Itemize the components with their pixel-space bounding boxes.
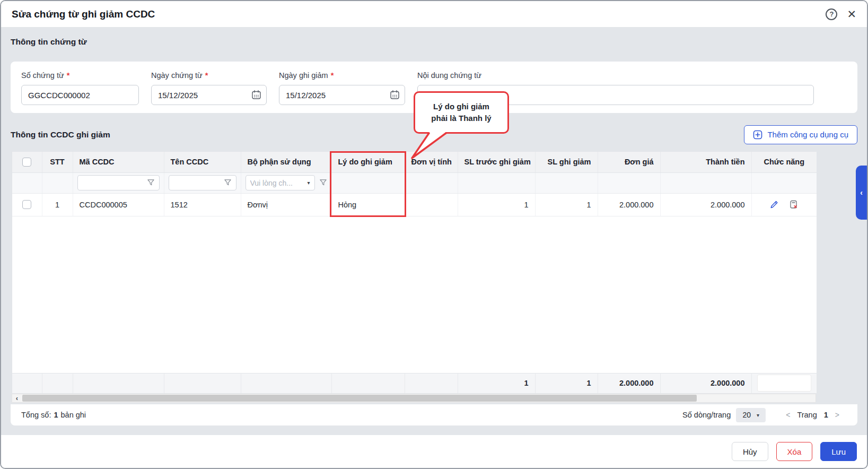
- col-chuc-nang: Chức năng: [751, 152, 817, 172]
- filter-funnel-icon[interactable]: [319, 179, 327, 187]
- modal-actions: Hủy Xóa Lưu: [1, 435, 867, 468]
- filter-ma-ccdc-input[interactable]: [82, 178, 144, 188]
- required-mark: *: [67, 71, 70, 80]
- modal-header: Sửa chứng từ ghi giảm CCDC ? ✕: [1, 1, 867, 28]
- delete-button[interactable]: Xóa: [776, 442, 813, 461]
- chevron-left-icon: ‹: [860, 188, 863, 197]
- col-ly-do: Lý do ghi giảm: [331, 152, 405, 172]
- scrollbar-left-arrow-icon[interactable]: ‹: [12, 394, 22, 403]
- required-mark: *: [331, 71, 334, 80]
- chevron-down-icon: ▾: [757, 412, 759, 418]
- cell-bo-phan: Đơnvị: [241, 193, 331, 216]
- col-don-vi-tinh: Đơn vị tính: [405, 152, 458, 172]
- total-prefix: Tổng số:: [21, 411, 51, 419]
- cell-ma-ccdc: CCDC000005: [73, 193, 164, 216]
- filter-ten-ccdc-input[interactable]: [173, 178, 221, 188]
- edit-ccdc-reduction-modal: Sửa chứng từ ghi giảm CCDC ? ✕ Thông tin…: [0, 0, 868, 469]
- cancel-button[interactable]: Hủy: [732, 442, 768, 461]
- field-ngay-ghi-giam: Ngày ghi giảm *: [279, 70, 405, 113]
- callout-line2: phải là Thanh lý: [431, 112, 491, 124]
- add-tool-button-label: Thêm công cụ dụng cụ: [767, 130, 848, 139]
- cell-ten-ccdc: 1512: [164, 193, 241, 216]
- cell-ly-do: Hỏng: [331, 193, 405, 216]
- ccdc-table: STT Mã CCDC Tên CCDC Bộ phận sử dụng Lý …: [12, 151, 816, 393]
- summary-sl-truoc: 1: [458, 373, 535, 393]
- chevron-down-icon: ▾: [307, 180, 310, 186]
- row-checkbox[interactable]: [22, 200, 31, 209]
- total-count: 1: [54, 411, 58, 419]
- rows-per-page-select[interactable]: 20 ▾: [736, 408, 766, 422]
- pagination: Số dòng/trang 20 ▾ < Trang 1 >: [682, 408, 839, 422]
- table-footer-bar: Tổng số: 1 bản ghi Số dòng/trang 20 ▾ < …: [11, 404, 857, 425]
- so-chung-tu-input[interactable]: [21, 85, 139, 105]
- add-tool-button[interactable]: Thêm công cụ dụng cụ: [744, 125, 857, 144]
- modal-body: Thông tin chứng từ Số chứng từ * Ngày ch…: [1, 28, 867, 435]
- table-header-row: STT Mã CCDC Tên CCDC Bộ phận sử dụng Lý …: [12, 152, 817, 172]
- col-ten-ccdc: Tên CCDC: [164, 152, 241, 172]
- col-ma-ccdc: Mã CCDC: [73, 152, 164, 172]
- save-button[interactable]: Lưu: [820, 442, 857, 461]
- ccdc-section-title: Thông tin CCDC ghi giảm: [11, 130, 110, 140]
- col-sl-truoc: SL trước ghi giảm: [458, 152, 535, 172]
- summary-don-gia: 2.000.000: [598, 373, 660, 393]
- table-row[interactable]: 1 CCDC000005 1512 Đơnvị Hỏng 1 1 2.000.0…: [12, 193, 817, 216]
- side-panel-toggle[interactable]: ‹: [856, 166, 867, 220]
- prev-page-icon[interactable]: <: [786, 411, 790, 419]
- table-summary-row: 1 1 2.000.000 2.000.000: [12, 373, 817, 393]
- cell-don-vi-tinh: [405, 193, 458, 216]
- cell-thanh-tien: 2.000.000: [660, 193, 751, 216]
- horizontal-scrollbar[interactable]: ‹: [12, 394, 816, 403]
- cell-don-gia: 2.000.000: [598, 193, 660, 216]
- field-label: Nội dung chứng từ: [417, 71, 481, 80]
- help-icon[interactable]: ?: [826, 8, 837, 20]
- filter-funnel-icon[interactable]: [224, 179, 232, 187]
- page-number: 1: [824, 411, 828, 419]
- field-label: Ngày chứng từ: [151, 71, 203, 80]
- table-empty-area: [12, 216, 817, 373]
- filter-bo-phan-placeholder: Vui lòng ch...: [250, 179, 305, 187]
- plus-square-icon: [753, 130, 762, 140]
- ngay-ghi-giam-input[interactable]: [279, 85, 405, 105]
- summary-sl-ghi-giam: 1: [535, 373, 598, 393]
- field-so-chung-tu: Số chứng từ *: [21, 70, 139, 113]
- callout-bubble: Lý do ghi giảm phải là Thanh lý: [414, 91, 509, 134]
- select-all-checkbox[interactable]: [22, 158, 31, 167]
- rows-per-page-value: 20: [742, 411, 751, 419]
- summary-thanh-tien: 2.000.000: [660, 373, 751, 393]
- total-records: Tổng số: 1 bản ghi: [21, 411, 86, 419]
- ngay-chung-tu-input[interactable]: [151, 85, 267, 105]
- calendar-icon[interactable]: [251, 90, 261, 102]
- rows-per-page-label: Số dòng/trang: [682, 411, 731, 419]
- next-page-icon[interactable]: >: [835, 411, 839, 419]
- edit-row-icon[interactable]: [769, 200, 779, 210]
- close-icon[interactable]: ✕: [847, 8, 856, 20]
- delete-row-icon[interactable]: [788, 199, 799, 210]
- modal-title: Sửa chứng từ ghi giảm CCDC: [12, 8, 155, 20]
- cell-sl-ghi-giam: 1: [535, 193, 598, 216]
- field-label: Số chứng từ: [21, 71, 64, 80]
- field-ngay-chung-tu: Ngày chứng từ *: [151, 70, 267, 113]
- filter-bo-phan-select[interactable]: Vui lòng ch... ▾: [246, 175, 315, 190]
- field-label: Ngày ghi giảm: [279, 71, 328, 80]
- cell-sl-truoc: 1: [458, 193, 535, 216]
- header-icons: ? ✕: [826, 8, 856, 20]
- total-suffix: bản ghi: [61, 411, 86, 419]
- calendar-icon[interactable]: [390, 90, 400, 102]
- summary-chuc-nang-cell: [757, 375, 812, 392]
- callout-line1: Lý do ghi giảm: [433, 101, 489, 112]
- col-don-gia: Đơn giá: [598, 152, 660, 172]
- required-mark: *: [205, 71, 208, 80]
- col-sl-ghi-giam: SL ghi giảm: [535, 152, 598, 172]
- table-filter-row: Vui lòng ch... ▾: [12, 172, 817, 193]
- filter-funnel-icon[interactable]: [147, 179, 155, 187]
- cell-stt: 1: [42, 193, 73, 216]
- col-thanh-tien: Thành tiền: [660, 152, 751, 172]
- col-bo-phan: Bộ phận sử dụng: [241, 152, 331, 172]
- page-label: Trang: [797, 411, 817, 419]
- doc-info-section-title: Thông tin chứng từ: [11, 37, 857, 49]
- col-stt: STT: [42, 152, 73, 172]
- scrollbar-thumb[interactable]: [22, 395, 697, 402]
